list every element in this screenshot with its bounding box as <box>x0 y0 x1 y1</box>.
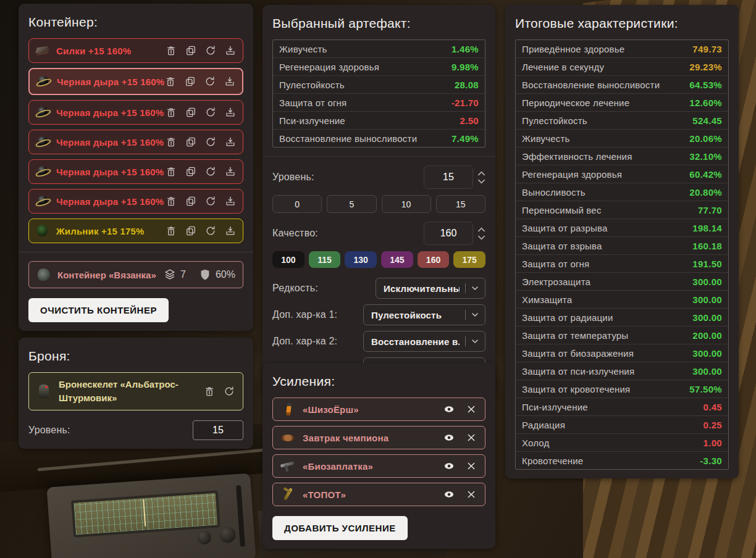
close-icon[interactable] <box>465 403 477 415</box>
duplicate-icon[interactable] <box>184 75 196 88</box>
artifact-panel-title: Выбранный артефакт: <box>272 16 485 31</box>
stat-value: 20.06% <box>689 133 722 144</box>
boost-row: «ШизоЁрш» <box>272 398 485 421</box>
refresh-icon[interactable] <box>204 136 217 148</box>
divider <box>465 310 466 320</box>
level-preset-button[interactable]: 0 <box>272 195 322 213</box>
stat-label: Защита от радиации <box>522 312 613 323</box>
artifact-item-row[interactable]: Силки +15 160% <box>28 38 243 63</box>
stat-label: Восстановление выносливости <box>522 80 660 90</box>
artifact-blackhole-icon <box>35 135 50 149</box>
stat-value: 198.14 <box>692 223 722 233</box>
duplicate-icon[interactable] <box>185 136 197 148</box>
stat-label: Пси-излучение <box>522 402 588 412</box>
close-icon[interactable] <box>465 460 477 472</box>
stat-label: Защита от разрыва <box>522 223 607 233</box>
quality-preset-button[interactable]: 100 <box>272 251 304 268</box>
refresh-icon[interactable] <box>204 165 217 178</box>
container-item-row[interactable]: Контейнер «Вязанка» 7 60% <box>28 261 243 288</box>
artifact-item-row[interactable]: Черная дыра +15 160% <box>28 100 243 125</box>
quality-preset-row: 100 115 130 145 160 175 <box>272 251 485 268</box>
save-to-container-icon[interactable] <box>224 136 237 148</box>
save-to-container-icon[interactable] <box>224 44 237 57</box>
armor-panel: Броня: Бронескелет «Альбатрос-Штурмовик»… <box>19 338 253 449</box>
trash-icon[interactable] <box>165 136 177 148</box>
refresh-icon[interactable] <box>204 106 217 119</box>
container-capacity: 7 60% <box>163 268 235 281</box>
artifact-item-label: Черная дыра +15 160% <box>56 167 165 177</box>
duplicate-icon[interactable] <box>185 44 197 57</box>
duplicate-icon[interactable] <box>185 165 197 178</box>
quality-preset-button[interactable]: 175 <box>453 251 485 268</box>
rarity-select[interactable]: Исключительный <box>376 278 485 299</box>
trash-icon[interactable] <box>203 385 216 398</box>
quality-preset-button[interactable]: 160 <box>418 251 450 268</box>
trash-icon[interactable] <box>165 165 177 178</box>
stat-row: Выносливость 20.80% <box>516 183 728 201</box>
armor-item-row[interactable]: Бронескелет «Альбатрос-Штурмовик» <box>28 372 243 410</box>
artifact-item-row[interactable]: Черная дыра +15 160% <box>28 189 243 214</box>
eye-icon[interactable] <box>443 403 455 415</box>
save-to-container-icon[interactable] <box>224 165 237 178</box>
artifact-item-row[interactable]: Черная дыра +15 160% <box>28 130 243 154</box>
spinner-up-icon[interactable] <box>477 171 485 176</box>
boost-label: Завтрак чемпиона <box>303 433 443 443</box>
trash-icon[interactable] <box>164 75 177 88</box>
add-boost-button[interactable]: ДОБАВИТЬ УСИЛЕНИЕ <box>272 516 408 540</box>
spinner-down-icon[interactable] <box>477 179 485 184</box>
extra-stat-select[interactable]: Пулестойкость <box>363 304 485 325</box>
save-to-container-icon[interactable] <box>224 225 237 237</box>
refresh-icon[interactable] <box>204 225 217 237</box>
level-input[interactable]: 15 <box>424 165 473 189</box>
clear-container-button[interactable]: ОЧИСТИТЬ КОНТЕЙНЕР <box>28 298 169 322</box>
layers-icon <box>163 268 177 281</box>
level-preset-button[interactable]: 5 <box>327 195 376 213</box>
close-icon[interactable] <box>465 488 477 501</box>
duplicate-icon[interactable] <box>185 106 197 119</box>
artifact-item-row[interactable]: Черная дыра +15 160% <box>28 159 243 184</box>
quality-input[interactable]: 160 <box>424 222 473 245</box>
stat-label: Живучесть <box>279 44 327 54</box>
stat-value: 20.80% <box>689 187 722 198</box>
extra-stat-select[interactable]: Восстановление в... <box>363 331 485 352</box>
eye-icon[interactable] <box>443 431 455 444</box>
artifact-item-row[interactable]: Черная дыра +15 160% <box>28 68 243 95</box>
stat-row: Лечение в секунду 29.23% <box>516 58 728 76</box>
save-to-container-icon[interactable] <box>224 195 237 207</box>
quality-preset-button[interactable]: 145 <box>381 251 413 268</box>
artifact-item-row[interactable]: Жильник +15 175% <box>28 219 243 243</box>
close-icon[interactable] <box>465 431 477 444</box>
stat-label: Пулестойкость <box>522 115 587 126</box>
stat-value: 160.18 <box>692 241 722 251</box>
artifact-item-label: Черная дыра +15 160% <box>56 196 165 207</box>
trash-icon[interactable] <box>165 195 177 207</box>
save-to-container-icon[interactable] <box>224 106 237 119</box>
trash-icon[interactable] <box>165 106 177 119</box>
quality-preset-button[interactable]: 130 <box>345 251 377 268</box>
stat-row: Защита от температуры 200.00 <box>516 327 728 344</box>
spinner-down-icon[interactable] <box>477 235 485 240</box>
trash-icon[interactable] <box>165 225 177 237</box>
level-preset-button[interactable]: 15 <box>436 195 485 213</box>
level-preset-button[interactable]: 10 <box>382 195 431 213</box>
tool-icon <box>280 487 295 502</box>
refresh-icon[interactable] <box>204 195 217 207</box>
eye-icon[interactable] <box>443 460 455 472</box>
duplicate-icon[interactable] <box>185 195 197 207</box>
spinner-up-icon[interactable] <box>477 227 485 232</box>
refresh-icon[interactable] <box>204 75 216 88</box>
artifact-item-label: Черная дыра +15 160% <box>57 77 164 87</box>
extra-stat-label: Доп. хар-ка 1: <box>272 309 337 320</box>
armor-level-input[interactable]: 15 <box>193 420 243 440</box>
stat-row: Пулестойкость 28.08 <box>273 76 485 94</box>
save-to-container-icon[interactable] <box>224 75 236 88</box>
refresh-icon[interactable] <box>223 385 235 398</box>
container-bag-icon <box>36 267 51 282</box>
duplicate-icon[interactable] <box>185 225 197 237</box>
trash-icon[interactable] <box>165 44 177 57</box>
stat-row: Живучесть 1.46% <box>273 40 485 58</box>
refresh-icon[interactable] <box>204 44 217 57</box>
quality-preset-button[interactable]: 115 <box>309 251 341 268</box>
boost-row: «ТОПОТ» <box>272 483 485 506</box>
eye-icon[interactable] <box>443 488 455 501</box>
